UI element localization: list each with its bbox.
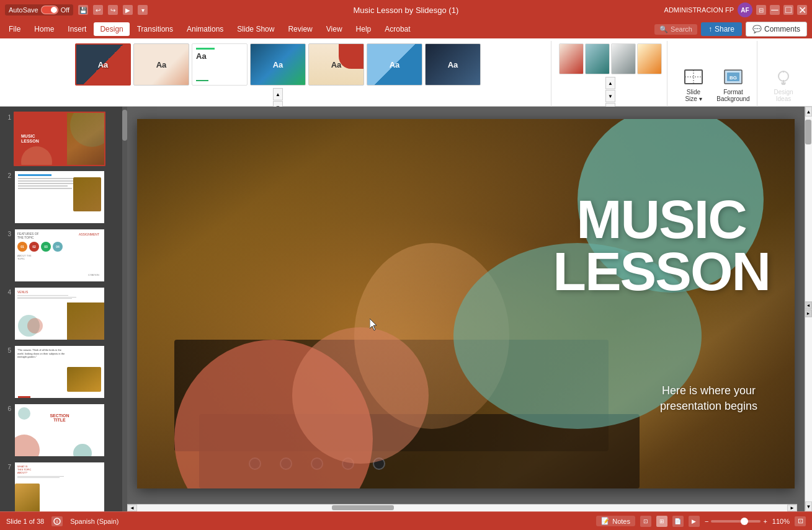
slide-number-1: 1 <box>2 112 11 121</box>
slide-number-3: 3 <box>2 228 11 237</box>
user-avatar[interactable]: AF <box>738 2 752 17</box>
zoom-out-icon[interactable]: − <box>705 518 708 525</box>
slide-number-2: 2 <box>2 170 11 179</box>
comments-button[interactable]: 💬 Comments <box>746 22 807 37</box>
menu-help[interactable]: Help <box>350 22 378 36</box>
slides-scrollbar[interactable] <box>122 107 127 511</box>
gallery-up-arrow[interactable]: ▲ <box>273 88 283 100</box>
variants-up-arrow[interactable]: ▲ <box>605 77 615 89</box>
autosave-badge[interactable]: AutoSave Off <box>5 4 73 15</box>
scroll-down-button[interactable]: ▼ <box>805 501 812 511</box>
slide-thumb-2[interactable] <box>14 170 105 224</box>
zoom-in-icon[interactable]: + <box>763 518 767 525</box>
slide-item-5[interactable]: 5 "The answer. Think of all the birds in… <box>2 345 125 399</box>
menu-home[interactable]: Home <box>28 22 60 36</box>
menu-review[interactable]: Review <box>282 22 318 36</box>
theme-2[interactable]: Aa <box>133 43 189 86</box>
variant-1[interactable] <box>559 43 584 74</box>
slide-item-1[interactable]: 1 MUSIC LESSON <box>2 112 125 166</box>
format-background-icon: BG <box>723 68 743 87</box>
present-icon[interactable]: ▶ <box>123 5 133 15</box>
redo-icon[interactable]: ↪ <box>108 5 118 15</box>
autosave-state: Off <box>61 6 69 14</box>
autosave-toggle[interactable] <box>41 6 58 14</box>
slideshow-button[interactable]: ▶ <box>689 516 700 527</box>
variants-down-arrow[interactable]: ▼ <box>605 90 615 102</box>
slide-item-4[interactable]: 4 VENUS <box>2 286 125 341</box>
menu-slideshow[interactable]: Slide Show <box>231 22 280 36</box>
ribbon-display-icon[interactable]: ⊟ <box>756 5 766 15</box>
slide-thumb-3[interactable]: FEATURES OFTHE TOPIC ASSIGNMENT 01 02 03… <box>14 228 105 283</box>
scroll-up-button[interactable]: ▲ <box>805 107 812 117</box>
slide-main-title: MUSIC LESSON <box>553 193 770 297</box>
close-button[interactable]: ✕ <box>797 5 807 15</box>
status-right: 📝 Notes ⊡ ⊞ 📄 ▶ − + 110% ⊡ <box>596 516 806 527</box>
slide-item-6[interactable]: 6 SECTIONTITLE <box>2 403 125 457</box>
variant-2[interactable] <box>585 43 610 74</box>
theme-6[interactable]: Aa <box>367 43 422 86</box>
slides-list[interactable]: 1 MUSIC LESSON <box>0 107 127 511</box>
zoom-slider[interactable] <box>711 520 761 523</box>
undo-icon[interactable]: ↩ <box>93 5 103 15</box>
slide-thumb-5[interactable]: "The answer. Think of all the birds in t… <box>14 345 105 399</box>
language: Spanish (Spain) <box>70 518 118 525</box>
menu-transitions[interactable]: Transitions <box>131 22 179 36</box>
variant-3[interactable] <box>611 43 636 74</box>
theme-5[interactable]: Aa <box>308 43 364 86</box>
search-box[interactable]: 🔍 Search <box>654 24 697 35</box>
menu-animations[interactable]: Animations <box>181 22 230 36</box>
svg-text:i: i <box>56 519 58 524</box>
slide-item-3[interactable]: 3 FEATURES OFTHE TOPIC ASSIGNMENT 01 02 … <box>2 228 125 283</box>
format-background-label: FormatBackground <box>716 89 749 102</box>
accessibility-icon[interactable]: i <box>51 516 63 526</box>
scroll-left-button[interactable]: ◄ <box>127 505 137 511</box>
reading-view-button[interactable]: 📄 <box>672 516 684 527</box>
slide-item-2[interactable]: 2 <box>2 170 125 224</box>
share-icon: ↑ <box>708 25 712 33</box>
format-background-button[interactable]: BG FormatBackground <box>715 63 752 107</box>
slide-number-7: 7 <box>2 461 11 470</box>
fit-to-window-button[interactable]: ⊡ <box>795 516 806 526</box>
slide-thumb-7[interactable]: WHAT ISTHIS TOPICABOUT? <box>14 461 105 511</box>
horizontal-track[interactable] <box>137 505 787 511</box>
menu-design[interactable]: Design <box>94 22 129 36</box>
menu-insert[interactable]: Insert <box>61 22 92 36</box>
slide-sorter-button[interactable]: ⊞ <box>656 516 667 527</box>
menu-file[interactable]: File <box>2 22 27 36</box>
canvas-area[interactable]: MUSIC LESSON Here is where yourpresentat… <box>127 107 805 511</box>
minimize-button[interactable]: ─ <box>770 5 780 15</box>
zoom-control: − + 110% <box>705 518 790 525</box>
share-button[interactable]: ↑ Share <box>701 22 742 36</box>
slide-thumb-6[interactable]: SECTIONTITLE <box>14 403 105 457</box>
theme-4[interactable]: Aa <box>250 43 306 86</box>
menu-acrobat[interactable]: Acrobat <box>378 22 416 36</box>
svg-text:BG: BG <box>729 75 737 81</box>
theme-7[interactable]: Aa <box>425 43 481 86</box>
maximize-button[interactable]: □ <box>783 5 793 15</box>
notes-button[interactable]: 📝 Notes <box>596 516 635 526</box>
slide-size-button[interactable]: SlideSize ▾ <box>675 63 712 107</box>
svg-rect-10 <box>782 84 785 85</box>
save-icon[interactable]: 💾 <box>78 5 88 15</box>
theme-3[interactable]: Aa <box>192 43 248 86</box>
menu-view[interactable]: View <box>320 22 349 36</box>
customize-qat-icon[interactable]: ▾ <box>138 5 148 15</box>
right-scrollbar[interactable]: ▲ ▼ ◄ ► <box>805 107 812 511</box>
slide-size-label: SlideSize ▾ <box>685 89 702 102</box>
horizontal-scrollbar[interactable]: ◄ ► <box>127 504 797 511</box>
cursor <box>370 319 378 333</box>
slide-thumb-4[interactable]: VENUS <box>14 286 105 341</box>
scroll-right-mini-1[interactable]: ◄ <box>805 301 812 309</box>
autosave-label: AutoSave <box>9 6 38 14</box>
title-bar-left: AutoSave Off 💾 ↩ ↪ ▶ ▾ <box>5 4 148 15</box>
scroll-right-button[interactable]: ► <box>787 505 797 511</box>
search-icon: 🔍 <box>659 25 668 33</box>
slide-thumb-1[interactable]: MUSIC LESSON <box>14 112 105 166</box>
variant-4[interactable] <box>637 43 662 74</box>
design-ideas-button[interactable]: DesignIdeas <box>765 63 802 107</box>
normal-view-button[interactable]: ⊡ <box>640 516 651 527</box>
scroll-right-mini-2[interactable]: ► <box>805 309 812 317</box>
username: ADMINISTRACION FP <box>664 6 734 14</box>
theme-1[interactable]: Aa <box>75 43 131 86</box>
slide-item-7[interactable]: 7 WHAT ISTHIS TOPICABOUT? <box>2 461 125 511</box>
